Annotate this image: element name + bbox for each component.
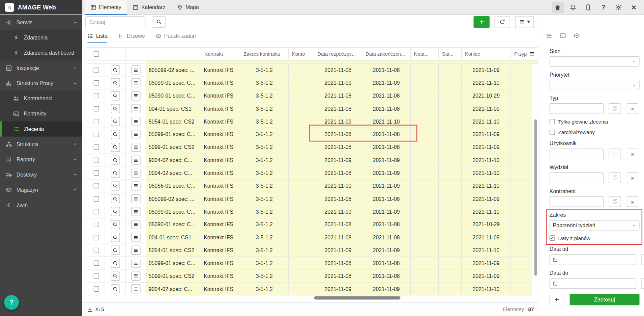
row-checkbox[interactable] bbox=[93, 247, 99, 253]
column-header-sta[interactable]: Sta... bbox=[439, 48, 462, 60]
export-xls-button[interactable]: XLS bbox=[87, 307, 104, 312]
row-zoom-button[interactable] bbox=[111, 233, 120, 242]
sidebar-item-serwis[interactable]: Serwis bbox=[0, 15, 82, 30]
filter-date-data-od[interactable] bbox=[550, 254, 636, 265]
row-checkbox[interactable] bbox=[93, 132, 99, 137]
row-zoom-button[interactable] bbox=[111, 194, 120, 203]
row-zoom-button[interactable] bbox=[111, 259, 120, 268]
row-zoom-button[interactable] bbox=[111, 271, 120, 281]
help-fab[interactable]: ? bbox=[4, 295, 19, 310]
back-button[interactable] bbox=[550, 294, 565, 305]
column-header-koniec[interactable]: Koniec bbox=[462, 48, 511, 60]
sidebar-item-struktura[interactable]: Struktura bbox=[0, 137, 82, 152]
select-all-checkbox[interactable] bbox=[93, 51, 99, 57]
row-checkbox[interactable] bbox=[93, 286, 99, 292]
view-tab-paczki-zadan[interactable]: Paczki zadań bbox=[155, 29, 196, 43]
row-menu-button[interactable] bbox=[131, 117, 140, 126]
row-zoom-button[interactable] bbox=[111, 91, 120, 100]
row-zoom-button[interactable] bbox=[111, 65, 120, 75]
view-tab-drzewo[interactable]: Drzewo bbox=[118, 29, 145, 43]
filter-clear-button-data-od[interactable]: × bbox=[641, 254, 644, 265]
row-menu-button[interactable] bbox=[131, 246, 140, 255]
home-button[interactable] bbox=[552, 1, 564, 13]
tab-elementy[interactable]: Elementy bbox=[85, 0, 127, 15]
row-menu-button[interactable] bbox=[131, 194, 140, 203]
search-button[interactable] bbox=[152, 16, 166, 27]
row-menu-button[interactable] bbox=[131, 65, 140, 75]
card-view-button[interactable] bbox=[560, 32, 566, 40]
sidebar-item-kontrahenci[interactable]: Kontrahenci bbox=[0, 91, 82, 106]
sidebar-item-struktura-pracy[interactable]: Struktura Pracy bbox=[0, 76, 82, 91]
vertical-scrollbar[interactable] bbox=[534, 119, 537, 275]
row-zoom-button[interactable] bbox=[111, 143, 120, 152]
horizontal-scrollbar[interactable] bbox=[314, 296, 401, 300]
row-zoom-button[interactable] bbox=[111, 156, 120, 165]
filter-input-typ[interactable] bbox=[550, 103, 604, 114]
filter-input-kontrahent[interactable] bbox=[550, 196, 604, 207]
row-menu-button[interactable] bbox=[131, 207, 140, 216]
column-header-nota[interactable]: Nota... bbox=[411, 48, 439, 60]
row-checkbox[interactable] bbox=[93, 183, 99, 189]
filter-date-input-data-od[interactable] bbox=[561, 257, 633, 263]
filter-pick-button-kontrahent[interactable] bbox=[609, 196, 621, 207]
row-checkbox[interactable] bbox=[93, 196, 99, 202]
row-menu-button[interactable] bbox=[131, 168, 140, 178]
filter-clear-button-uzytkownik[interactable]: × bbox=[627, 149, 638, 159]
row-checkbox[interactable] bbox=[93, 209, 99, 214]
column-header-zakres-kontraktu[interactable]: Zakres kontraktu bbox=[240, 48, 289, 60]
column-header-kontrakt[interactable]: Kontrakt bbox=[201, 48, 240, 60]
filter-input-uzytkownik[interactable] bbox=[550, 149, 604, 159]
tab-kalendarz[interactable]: Kalendarz bbox=[127, 0, 171, 15]
filter-checkbox-zarchiwizowany[interactable]: Zarchiwizowany bbox=[550, 129, 640, 135]
filter-input-wydzial[interactable] bbox=[550, 173, 604, 183]
sidebar-item-zwin[interactable]: Zwiń bbox=[0, 198, 82, 213]
row-zoom-button[interactable] bbox=[111, 284, 120, 293]
row-menu-button[interactable] bbox=[131, 284, 140, 293]
row-checkbox[interactable] bbox=[93, 93, 99, 99]
row-checkbox[interactable] bbox=[93, 67, 99, 73]
mobile-button[interactable] bbox=[582, 1, 594, 13]
column-header-data-zakonczen[interactable]: Data zakończen... bbox=[362, 48, 411, 60]
search-input[interactable] bbox=[85, 17, 145, 27]
row-menu-button[interactable] bbox=[131, 181, 140, 190]
row-menu-button[interactable] bbox=[131, 78, 140, 87]
row-menu-button[interactable] bbox=[131, 104, 140, 113]
apply-button[interactable]: Zastosuj bbox=[570, 294, 640, 305]
row-menu-button[interactable] bbox=[131, 91, 140, 100]
sidebar-item-zdarzenia[interactable]: Zdarzenia bbox=[0, 30, 82, 45]
row-checkbox[interactable] bbox=[93, 273, 99, 279]
notifications-button[interactable] bbox=[567, 1, 579, 13]
add-button[interactable] bbox=[473, 16, 490, 28]
row-zoom-button[interactable] bbox=[111, 220, 120, 229]
column-chooser-icon[interactable] bbox=[529, 51, 535, 57]
filter-select-stan[interactable] bbox=[550, 56, 640, 67]
column-header-konto[interactable]: Konto bbox=[289, 48, 314, 60]
row-zoom-button[interactable] bbox=[111, 246, 120, 255]
row-menu-button[interactable] bbox=[131, 156, 140, 165]
row-checkbox[interactable] bbox=[93, 106, 99, 111]
filter-checkbox-tylko-glowne-zlecenia[interactable]: Tylko główne zlecenia bbox=[550, 119, 640, 125]
view-tab-lista[interactable]: Lista bbox=[87, 29, 107, 43]
sidebar-item-magazyn[interactable]: Magazyn bbox=[0, 182, 82, 198]
filter-date-input-data-do[interactable] bbox=[561, 281, 633, 287]
help-button[interactable]: ? bbox=[597, 1, 610, 13]
tab-mapa[interactable]: Mapa bbox=[171, 0, 205, 15]
filter-pick-button-typ[interactable] bbox=[609, 103, 621, 114]
filter-clear-button-kontrahent[interactable]: × bbox=[627, 196, 638, 207]
row-checkbox[interactable] bbox=[93, 261, 99, 266]
row-menu-button[interactable] bbox=[131, 271, 140, 281]
filter-clear-button-wydzial[interactable]: × bbox=[627, 173, 638, 183]
cube-view-button[interactable] bbox=[574, 32, 580, 40]
refresh-button[interactable] bbox=[495, 16, 510, 28]
filter-select-zakres[interactable]: Poprzedni tydzień bbox=[550, 220, 640, 230]
sidebar-item-kontrakty[interactable]: Kontrakty bbox=[0, 106, 82, 121]
row-checkbox[interactable] bbox=[93, 170, 99, 176]
filter-clear-button-data-do[interactable]: × bbox=[641, 278, 644, 289]
filter-select-priorytet[interactable] bbox=[550, 80, 640, 90]
row-checkbox[interactable] bbox=[93, 222, 99, 227]
row-menu-button[interactable] bbox=[131, 220, 140, 229]
filter-pick-button-wydzial[interactable] bbox=[609, 173, 621, 183]
row-menu-button[interactable] bbox=[131, 233, 140, 242]
row-checkbox[interactable] bbox=[93, 235, 99, 240]
column-header-data-rozpoczec[interactable]: Data rozpoczęc... bbox=[314, 48, 362, 60]
